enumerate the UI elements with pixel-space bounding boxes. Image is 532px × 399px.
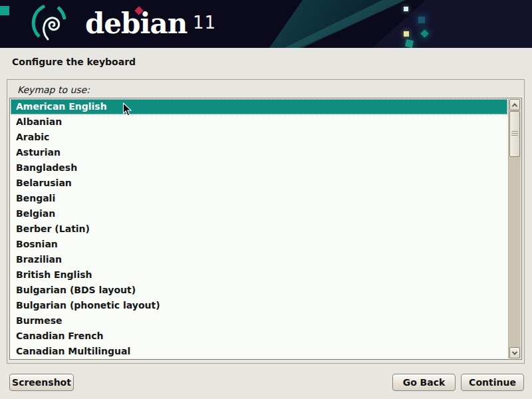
scroll-up-button[interactable] xyxy=(509,99,520,110)
list-item[interactable]: British English xyxy=(11,267,507,283)
list-item[interactable]: Berber (Latin) xyxy=(11,221,507,237)
keymap-label: Keymap to use: xyxy=(17,84,90,95)
page-title: Configure the keyboard xyxy=(12,57,136,67)
banner-square-cyan xyxy=(404,7,408,11)
scrollbar[interactable] xyxy=(508,99,521,358)
list-item[interactable]: Brazilian xyxy=(11,252,507,267)
list-item[interactable]: Albanian xyxy=(11,114,507,130)
list-item[interactable]: Asturian xyxy=(11,145,507,160)
banner-corner-square xyxy=(0,6,9,15)
scroll-down-button[interactable] xyxy=(509,347,520,358)
list-item[interactable]: Bulgarian (BDS layout) xyxy=(11,283,507,298)
chevron-up-icon xyxy=(512,103,517,108)
chevron-down-icon xyxy=(512,349,517,354)
version-label: 11 xyxy=(193,12,216,33)
list-item[interactable]: Arabic xyxy=(11,130,507,145)
arrow-pointer-icon xyxy=(122,102,132,117)
list-item[interactable]: Burmese xyxy=(11,313,507,329)
list-item[interactable]: Bulgarian (phonetic layout) xyxy=(11,298,507,313)
list-item[interactable]: Belarusian xyxy=(11,176,507,191)
scrollbar-thumb[interactable] xyxy=(509,111,520,157)
list-item[interactable]: Canadian Multilingual xyxy=(11,344,507,358)
debian-swirl-icon xyxy=(31,3,72,45)
screenshot-button[interactable]: Screenshot xyxy=(9,374,74,391)
banner-square-yellow xyxy=(404,31,409,37)
list-item[interactable]: Bangladesh xyxy=(11,160,507,176)
debian-installer-window: { "banner": { "wordmark": "debian", "ver… xyxy=(0,0,532,399)
continue-button[interactable]: Continue xyxy=(461,374,524,391)
banner-square-navy xyxy=(418,17,425,23)
banner: debian 11 xyxy=(0,0,532,48)
list-item[interactable]: American English xyxy=(11,99,507,114)
keymap-panel: Keymap to use: American EnglishAlbanianA… xyxy=(7,79,525,364)
list-item[interactable]: Belgian xyxy=(11,206,507,221)
keymap-list: American EnglishAlbanianArabicAsturianBa… xyxy=(11,99,507,358)
banner-square-teal xyxy=(405,39,414,48)
keymap-listbox[interactable]: American EnglishAlbanianArabicAsturianBa… xyxy=(9,98,522,360)
list-item[interactable]: Bosnian xyxy=(11,237,507,252)
banner-wedge-right xyxy=(0,0,532,48)
list-item[interactable]: Bengali xyxy=(11,191,507,206)
go-back-button[interactable]: Go Back xyxy=(392,374,456,391)
list-item[interactable]: Canadian French xyxy=(11,329,507,344)
